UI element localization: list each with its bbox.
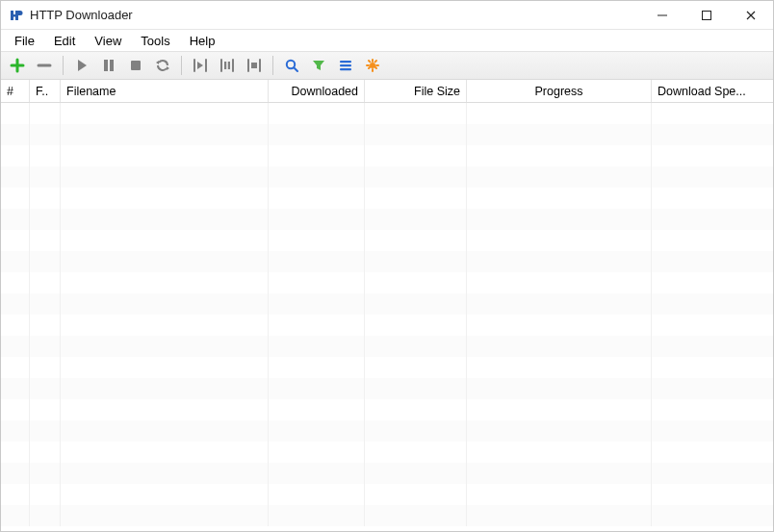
svg-rect-13 [340,68,351,70]
table-row [1,420,773,442]
column-downloaded[interactable]: Downloaded [269,80,365,102]
svg-rect-20 [374,65,377,69]
remove-button[interactable] [34,55,55,76]
column-flag[interactable]: F.. [30,80,61,102]
svg-rect-19 [368,60,372,63]
window-title: HTTP Downloader [30,8,133,22]
queue-stop-icon [245,58,263,73]
titlebar: HTTP Downloader [1,1,773,30]
queue-stop-button[interactable] [244,55,265,76]
search-icon [284,58,299,73]
filter-button[interactable] [308,55,329,76]
column-progress[interactable]: Progress [467,80,652,102]
table-row [1,145,773,166]
toolbar-separator [181,56,182,75]
table-row [1,336,773,357]
stop-button[interactable] [125,55,146,76]
queue-pause-icon [219,58,236,73]
restart-button[interactable] [152,55,173,76]
toolbar-separator [63,56,64,75]
svg-rect-2 [11,14,18,17]
table-row [1,209,773,230]
svg-rect-22 [368,65,372,69]
table-row [1,315,773,336]
table-row [1,188,773,209]
minimize-button[interactable] [640,1,684,29]
add-button[interactable] [7,55,28,76]
add-icon [10,58,25,73]
table-header: # F.. Filename Downloaded File Size Prog… [1,80,773,103]
svg-rect-0 [11,11,13,20]
svg-rect-12 [340,64,351,66]
svg-point-14 [370,63,375,68]
table-row [1,463,773,484]
menu-tools[interactable]: Tools [131,32,179,50]
svg-rect-8 [228,62,230,69]
svg-rect-4 [104,60,108,71]
table-row [1,251,773,272]
column-filename[interactable]: Filename [61,80,269,102]
table-row [1,124,773,145]
column-index[interactable]: # [1,80,30,102]
filter-icon [311,58,326,73]
list-icon [338,58,353,73]
svg-rect-16 [372,68,374,72]
svg-rect-21 [374,60,377,63]
table-row [1,166,773,188]
table-row [1,357,773,378]
toolbar [1,51,773,80]
menubar: File Edit View Tools Help [1,30,773,51]
table-body[interactable] [1,103,773,531]
queue-start-button[interactable] [190,55,211,76]
search-button[interactable] [281,55,302,76]
table-row [1,272,773,293]
queue-pause-button[interactable] [217,55,238,76]
column-speed[interactable]: Download Spe... [652,80,773,102]
table-row [1,399,773,420]
svg-rect-18 [375,64,379,66]
play-icon [74,58,90,73]
table-row [1,484,773,505]
svg-rect-11 [340,61,351,63]
svg-rect-15 [372,59,374,63]
stop-icon [128,58,143,73]
app-icon [9,8,24,23]
table-row [1,442,773,463]
svg-rect-5 [110,60,114,71]
svg-rect-9 [251,63,257,68]
svg-rect-7 [224,62,226,69]
maximize-button[interactable] [684,1,729,29]
table-row [1,505,773,526]
menu-help[interactable]: Help [180,32,225,50]
table-row [1,293,773,315]
start-button[interactable] [71,55,92,76]
pause-button[interactable] [98,55,119,76]
table-row [1,103,773,124]
menu-edit[interactable]: Edit [44,32,85,50]
close-button[interactable] [729,1,773,29]
list-button[interactable] [335,55,356,76]
options-button[interactable] [362,55,383,76]
pause-icon [101,58,116,73]
column-filesize[interactable]: File Size [365,80,467,102]
svg-point-10 [287,61,295,68]
app-window: HTTP Downloader File Edit View Tools Hel… [0,0,774,532]
restart-icon [155,58,170,73]
svg-rect-3 [703,11,711,19]
menu-view[interactable]: View [85,32,131,50]
menu-file[interactable]: File [5,32,44,50]
table-row [1,378,773,399]
svg-rect-6 [131,61,141,70]
options-icon [365,58,380,73]
svg-rect-1 [15,11,18,20]
remove-icon [37,58,52,73]
table-row [1,230,773,251]
window-controls [640,1,773,29]
queue-start-icon [192,58,209,73]
toolbar-separator [272,56,273,75]
svg-rect-17 [366,64,370,66]
